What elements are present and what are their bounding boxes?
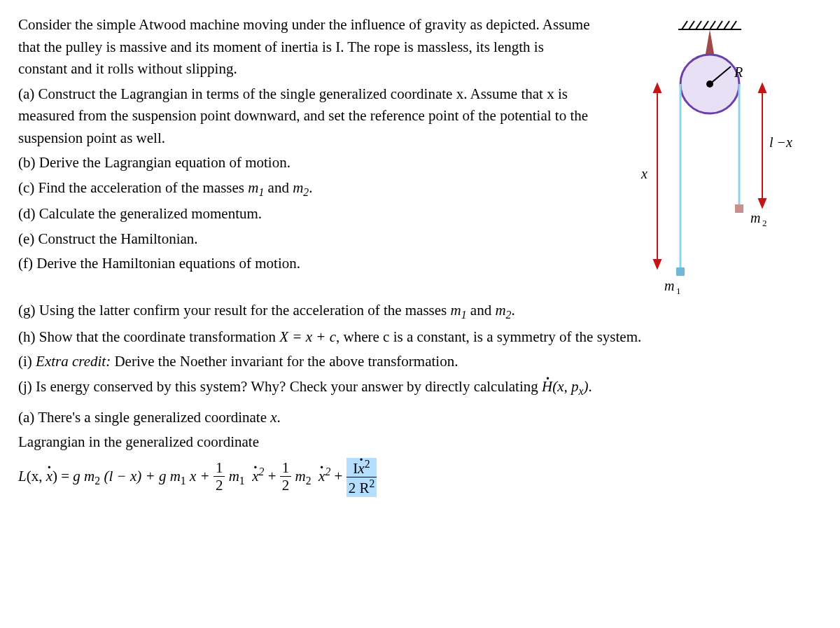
g-m2-sym: m	[495, 302, 505, 319]
svg-text:l −x: l −x	[769, 134, 792, 150]
part-d: (d) Calculate the generalized momentum.	[18, 203, 591, 225]
svg-marker-23	[759, 84, 766, 92]
svg-text:R: R	[734, 64, 743, 80]
part-g: (g) Using the latter confirm your result…	[18, 300, 822, 323]
part-e: (e) Construct the Hamiltonian.	[18, 228, 591, 251]
half2n: 1	[280, 460, 292, 477]
j-pre: (j) Is energy conserved by this system? …	[18, 378, 542, 395]
g-m1: m1	[451, 302, 467, 319]
eq-arg1: (x,	[27, 468, 46, 484]
svg-marker-19	[654, 84, 661, 92]
svg-text:m: m	[664, 278, 674, 293]
svg-text:x: x	[640, 166, 648, 181]
h-eq: X = x + c	[279, 328, 336, 345]
eq-m1: m	[229, 468, 239, 484]
svg-rect-17	[735, 204, 743, 213]
c-m2: m2	[293, 179, 309, 196]
eq-xdot3-sq: 2	[365, 458, 370, 470]
svg-line-8	[731, 21, 736, 29]
eq-xdot2-sq: 2	[325, 466, 330, 477]
g-m2: m2	[495, 302, 511, 319]
eq-Rsq: 2	[369, 477, 374, 489]
svg-line-4	[703, 21, 708, 29]
eq-last-frac: Ix2 2 R2	[346, 458, 377, 497]
eq-plus2: +	[268, 468, 280, 484]
svg-line-5	[710, 21, 715, 29]
c-post: .	[309, 179, 312, 196]
g-m1-sub: 1	[461, 309, 467, 321]
eq-half2: 12	[280, 460, 292, 494]
eq-t1bsub: 1	[181, 475, 186, 487]
eq-xdot1: x	[252, 466, 258, 488]
i-emph: Extra credit:	[36, 353, 111, 370]
h-post: , where c is a constant, is a symmetry o…	[336, 328, 641, 345]
svg-line-6	[717, 21, 722, 29]
half1n: 1	[214, 460, 225, 477]
svg-marker-20	[654, 260, 661, 268]
eq-xdot3: x	[358, 461, 364, 477]
g-post: .	[511, 302, 514, 319]
eq-t1sub: 2	[94, 475, 100, 487]
sol-a2: Lagrangian in the generalized coordinate	[18, 431, 822, 454]
eq-L: L	[18, 468, 27, 484]
eq-xdot2: x	[318, 466, 325, 488]
intro-text: Consider the simple Atwood machine movin…	[18, 14, 591, 81]
eq-half1: 12	[214, 460, 225, 494]
eq-m2: m	[295, 468, 306, 484]
intro: Consider the simple Atwood machine movin…	[18, 16, 590, 77]
svg-line-7	[724, 21, 729, 29]
eq-lastnum: Ix2	[346, 458, 377, 477]
g-m1-sym: m	[451, 302, 461, 319]
half2d: 2	[280, 477, 292, 494]
part-c: (c) Find the acceleration of the masses …	[18, 177, 591, 201]
c-and: and	[264, 179, 293, 196]
eq-2R: 2 R	[349, 480, 370, 496]
eq-m1sub: 1	[239, 475, 245, 487]
c-m1-sym: m	[248, 179, 258, 196]
eq-m2sub: 2	[306, 475, 312, 487]
part-b: (b) Derive the Lagrangian equation of mo…	[18, 152, 591, 174]
atwood-diagram: R x l −x m 1 m 2	[598, 14, 808, 294]
lagrangian-equation: L(x, x) = g m2 (l − x) + g m1 x + 12 m1 …	[18, 458, 822, 497]
i-post: Derive the Noether invariant for the abo…	[111, 353, 458, 370]
part-j: (j) Is energy conserved by this system? …	[18, 376, 822, 400]
eq-t1b: (l − x) + g m	[104, 468, 180, 484]
svg-line-2	[689, 21, 694, 29]
i-pre: (i)	[18, 353, 36, 370]
eq-xdot-arg: x	[46, 466, 52, 488]
half1d: 2	[214, 477, 225, 494]
eq-t1c: x +	[190, 468, 214, 484]
j-post: .	[589, 378, 592, 395]
eq-xdot1-sq: 2	[259, 466, 265, 477]
svg-text:1: 1	[676, 286, 681, 294]
eq-lastden: 2 R2	[346, 477, 377, 497]
eq-eq: ) =	[52, 468, 73, 484]
part-a: (a) Construct the Lagrangian in terms of…	[18, 83, 591, 150]
eq-t1a: g m	[73, 468, 94, 484]
part-f: (f) Derive the Hamiltonian equations of …	[18, 253, 591, 275]
svg-text:m: m	[750, 210, 760, 225]
g-pre: (g) Using the latter confirm your result…	[18, 302, 451, 319]
svg-marker-24	[759, 199, 766, 207]
part-i: (i) Extra credit: Derive the Noether inv…	[18, 351, 822, 373]
svg-text:2: 2	[762, 218, 767, 228]
j-hdot: H(x, px)	[542, 378, 589, 395]
part-h: (h) Show that the coordinate transformat…	[18, 326, 822, 349]
sol-a1-text: (a) There's a single generalized coordin…	[18, 409, 281, 426]
c-m1: m1	[248, 179, 264, 196]
h-pre: (h) Show that the coordinate transformat…	[18, 328, 279, 345]
eq-plus3: +	[335, 468, 346, 484]
c-m2-sym: m	[293, 179, 303, 196]
sol-a1: (a) There's a single generalized coordin…	[18, 407, 822, 429]
svg-rect-15	[676, 267, 685, 276]
svg-line-1	[682, 21, 687, 29]
svg-line-3	[696, 21, 701, 29]
c-pre: (c) Find the acceleration of the masses	[18, 179, 248, 196]
g-and: and	[467, 302, 496, 319]
